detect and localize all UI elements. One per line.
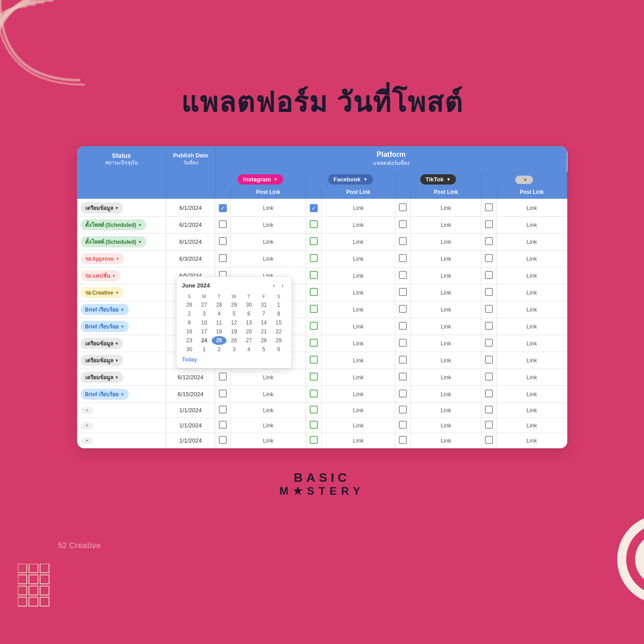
cal-day[interactable]: 22: [271, 327, 286, 336]
fb-checkbox-cell[interactable]: [306, 318, 321, 335]
e4-link-cell[interactable]: Link: [496, 301, 567, 318]
ig-checkbox-cell[interactable]: [215, 369, 231, 386]
tt-link-cell[interactable]: Link: [411, 318, 481, 335]
cal-day[interactable]: 20: [242, 327, 256, 336]
ig-link-cell[interactable]: Link: [231, 217, 306, 234]
tt-checkbox-cell[interactable]: [395, 418, 411, 433]
cal-day[interactable]: 30: [182, 345, 197, 354]
tt-link-cell[interactable]: Link: [411, 418, 481, 433]
e4-checkbox[interactable]: [485, 421, 493, 429]
tt-checkbox[interactable]: [399, 254, 407, 262]
cal-day[interactable]: 14: [256, 318, 271, 327]
tt-checkbox[interactable]: [399, 305, 407, 313]
ig-checkbox-unchecked[interactable]: [219, 373, 227, 381]
cal-day[interactable]: 9: [182, 318, 197, 327]
fb-link-cell[interactable]: Link: [321, 284, 395, 301]
fb-link-cell[interactable]: Link: [321, 199, 395, 217]
cal-next-button[interactable]: ›: [279, 282, 286, 290]
e4-checkbox-cell[interactable]: [481, 433, 496, 448]
fb-checkbox-cell[interactable]: [306, 418, 321, 433]
tt-link-cell[interactable]: Link: [411, 217, 481, 234]
e4-checkbox[interactable]: [485, 237, 493, 245]
tt-checkbox-cell[interactable]: [395, 250, 411, 267]
fb-checkbox-cell[interactable]: ✓: [306, 199, 321, 217]
date-cell[interactable]: 1/1/2024: [166, 418, 215, 433]
date-cell[interactable]: 1/1/2024: [166, 403, 215, 418]
cal-day[interactable]: 30: [242, 300, 256, 309]
status-badge[interactable]: รอ Creative ▼: [81, 287, 124, 298]
ig-checkbox-unchecked[interactable]: [219, 220, 227, 228]
ig-link-cell[interactable]: Link: [231, 433, 306, 448]
e4-checkbox[interactable]: [485, 373, 493, 381]
fb-link-cell[interactable]: Link: [321, 369, 395, 386]
fb-link-cell[interactable]: Link: [321, 250, 395, 267]
status-badge[interactable]: เตรียมข้อมูล ▼: [81, 338, 123, 349]
cal-day[interactable]: 6: [271, 345, 286, 354]
cal-day[interactable]: 26: [182, 300, 197, 309]
status-badge[interactable]: ▼: [81, 422, 94, 429]
tt-checkbox[interactable]: [399, 373, 407, 381]
cal-day[interactable]: 26: [226, 336, 241, 345]
cal-day[interactable]: 2: [212, 345, 226, 354]
cal-day[interactable]: 23: [182, 336, 197, 345]
ig-checkbox-cell[interactable]: ✓: [215, 199, 231, 217]
tt-checkbox-cell[interactable]: [395, 352, 411, 369]
date-cell[interactable]: 6/1/2024: [166, 217, 215, 234]
fb-checkbox-cell[interactable]: [306, 267, 321, 284]
fb-checkbox-unchecked[interactable]: [310, 421, 318, 429]
ig-checkbox-unchecked[interactable]: [219, 436, 227, 444]
tt-checkbox[interactable]: [399, 339, 407, 347]
tt-checkbox-cell[interactable]: [395, 433, 411, 448]
fb-checkbox-cell[interactable]: [306, 284, 321, 301]
tt-link-cell[interactable]: Link: [411, 433, 481, 448]
ig-checkbox-cell[interactable]: [215, 403, 231, 418]
ig-checkbox-unchecked[interactable]: [219, 390, 227, 398]
ig-checkbox-cell[interactable]: [215, 250, 231, 267]
cal-day[interactable]: 1: [271, 300, 286, 309]
fb-checkbox-unchecked[interactable]: [310, 356, 318, 364]
e4-checkbox[interactable]: [485, 288, 493, 296]
tt-link-cell[interactable]: Link: [411, 352, 481, 369]
status-badge[interactable]: รอ แคปชั่น ▼: [81, 270, 120, 281]
e4-link-cell[interactable]: Link: [496, 234, 567, 250]
ig-link-cell[interactable]: Link: [231, 250, 306, 267]
e4-checkbox[interactable]: [485, 220, 493, 228]
fb-checkbox-unchecked[interactable]: [310, 390, 318, 398]
cal-day[interactable]: 21: [256, 327, 271, 336]
status-badge[interactable]: เตรียมข้อมูล ▼: [81, 372, 123, 383]
cal-day[interactable]: 6: [242, 309, 256, 318]
e4-checkbox-cell[interactable]: [481, 335, 496, 352]
status-badge[interactable]: Brief เรียบร้อย ▼: [81, 389, 129, 400]
tt-checkbox-cell[interactable]: [395, 318, 411, 335]
fb-checkbox-cell[interactable]: [306, 335, 321, 352]
fb-checkbox-cell[interactable]: [306, 403, 321, 418]
tt-checkbox[interactable]: [399, 220, 407, 228]
cal-today-button[interactable]: Today: [182, 357, 197, 363]
e4-link-cell[interactable]: Link: [496, 267, 567, 284]
ig-link-cell[interactable]: Link: [231, 386, 306, 403]
cal-day[interactable]: 25: [212, 336, 226, 345]
e4-checkbox-cell[interactable]: [481, 267, 496, 284]
cal-day[interactable]: 12: [226, 318, 241, 327]
ig-checkbox-checked[interactable]: ✓: [219, 204, 227, 212]
e4-link-cell[interactable]: Link: [496, 433, 567, 448]
cal-day[interactable]: 19: [226, 327, 241, 336]
tt-checkbox-cell[interactable]: [395, 267, 411, 284]
e4-checkbox[interactable]: [485, 305, 493, 313]
tt-checkbox-cell[interactable]: [395, 217, 411, 234]
e4-checkbox-cell[interactable]: [481, 318, 496, 335]
cal-day[interactable]: 27: [242, 336, 256, 345]
e4-checkbox-cell[interactable]: [481, 217, 496, 234]
tt-link-cell[interactable]: Link: [411, 284, 481, 301]
e4-link-cell[interactable]: Link: [496, 250, 567, 267]
fb-link-cell[interactable]: Link: [321, 386, 395, 403]
cal-day[interactable]: 3: [197, 309, 211, 318]
fb-checkbox-unchecked[interactable]: [310, 254, 318, 262]
fb-checkbox-unchecked[interactable]: [310, 406, 318, 414]
tt-checkbox-cell[interactable]: [395, 284, 411, 301]
fb-checkbox-unchecked[interactable]: [310, 271, 318, 279]
cal-day[interactable]: 28: [212, 300, 226, 309]
tt-checkbox-cell[interactable]: [395, 335, 411, 352]
fb-link-cell[interactable]: Link: [321, 234, 395, 250]
fb-checkbox-unchecked[interactable]: [310, 220, 318, 228]
